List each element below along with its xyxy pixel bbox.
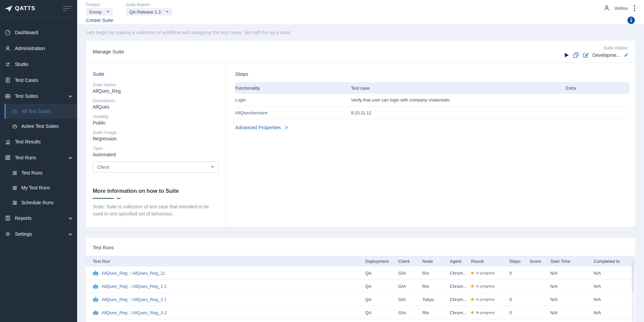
run-list-icon xyxy=(12,170,17,176)
cell-agent: Chrom... xyxy=(450,297,471,302)
test-run-link[interactable]: AllQues_Reg :: AllQues_Reg_3 2 xyxy=(102,310,166,315)
sidebar-item-schedule-runs[interactable]: Schedule Runs xyxy=(4,195,77,210)
brand-logo[interactable]: QATTS xyxy=(4,5,35,12)
run-list-icon xyxy=(12,185,17,190)
caret-down-icon xyxy=(106,11,110,13)
cell-node: Tokyo xyxy=(422,297,450,302)
test-runs-title: Test Runs xyxy=(86,238,635,256)
col-header-client: Client xyxy=(398,259,422,264)
steps-table-row[interactable]: AllQuestionnaire 9,10,11,12 xyxy=(235,107,630,119)
sidebar-item-reports[interactable]: Reports xyxy=(0,210,77,226)
edit-status-pencil-icon[interactable] xyxy=(624,53,628,57)
sidebar-item-settings[interactable]: Settings xyxy=(0,226,77,242)
robot-icon xyxy=(93,270,98,276)
test-run-link[interactable]: AllQues_Reg :: AllQues_Reg_3 1 xyxy=(102,297,166,302)
col-header-functionality: Functionality xyxy=(235,86,351,91)
cell-client: GIA xyxy=(398,284,422,289)
page-title-bar: Create Suite xyxy=(77,16,644,25)
sidebar-item-my-test-runs[interactable]: My Test Runs xyxy=(4,180,77,195)
robot-icon xyxy=(93,297,98,302)
cell-client: GIA xyxy=(398,271,422,276)
cell-deployment: QA xyxy=(365,297,398,302)
sidebar-item-all-test-suites[interactable]: All Test Suites xyxy=(4,104,77,119)
sidebar-item-test-runs-sub[interactable]: Test Runs xyxy=(4,165,77,180)
code-branch-field: Code Branch QA-Release 1.3 xyxy=(126,0,172,16)
advanced-properties-link[interactable]: Advanced Properties xyxy=(235,125,288,130)
sidebar-item-studio[interactable]: Studio xyxy=(0,56,77,72)
suite-name-field: Suite Name : AllQues_Reg xyxy=(93,82,219,94)
cell-result: In progress xyxy=(471,271,509,275)
suite-type-field: Type : Automated xyxy=(93,146,219,157)
cell-client: GIA xyxy=(398,297,422,302)
table-scrollbar[interactable] xyxy=(632,261,634,322)
briefcase-icon xyxy=(5,93,11,99)
run-suite-play-button[interactable] xyxy=(564,52,569,58)
test-runs-card: Test Runs Test Run Deployment Client Nod… xyxy=(86,238,635,322)
col-header-score: Score xyxy=(530,259,550,264)
cell-result: In progress xyxy=(471,284,509,288)
suite-section-heading: Suite xyxy=(93,71,219,77)
product-select[interactable]: Envoy xyxy=(86,8,113,16)
client-select[interactable]: Client xyxy=(93,162,219,172)
sidebar-item-test-cases[interactable]: Test Cases xyxy=(0,72,77,88)
col-header-result: Result xyxy=(471,259,509,264)
cell-agent: Chrom... xyxy=(450,271,471,276)
sidebar-item-test-results[interactable]: Test Results xyxy=(0,134,77,150)
suite-usage-field: Suite Usage : Regression xyxy=(93,130,219,141)
cell-start-time: N/A xyxy=(550,310,594,315)
cell-result: In progress xyxy=(471,297,509,301)
sidebar-item-administration[interactable]: Administration xyxy=(0,40,77,56)
table-row: AllQues_Reg :: AllQues_Reg_11 QA GIA Rio… xyxy=(86,267,635,280)
status-dot xyxy=(471,311,474,314)
sidebar-item-test-suites[interactable]: Test Suites xyxy=(0,88,77,104)
chevron-down-icon xyxy=(68,155,72,160)
edit-suite-button[interactable] xyxy=(583,52,589,58)
code-branch-select[interactable]: QA-Release 1.3 xyxy=(126,8,172,16)
cell-start-time: N/A xyxy=(550,297,594,302)
steps-table-row[interactable]: Login Verify that user can login with co… xyxy=(235,94,630,107)
page-intro: Lets begin by making a collection of wor… xyxy=(77,25,644,41)
user-menu[interactable]: Vishnu xyxy=(603,0,637,16)
sidebar-item-dashboard[interactable]: Dashboard xyxy=(0,24,77,40)
suite-description-field: Description : AllQues xyxy=(93,98,219,110)
table-row: AllQues_Reg :: AllQues_Reg_3 1 QA GIA To… xyxy=(86,293,635,306)
suite-visibility-field: Visibility : Public xyxy=(93,114,219,125)
col-header-extra: Extra xyxy=(566,86,630,91)
cell-node: Rio xyxy=(422,284,450,289)
briefcase-icon xyxy=(12,124,17,129)
test-run-link[interactable]: AllQues_Reg :: AllQues_Reg_11 xyxy=(102,271,165,276)
heading-underline xyxy=(93,198,219,199)
document-icon xyxy=(5,77,11,83)
cell-steps: 0 xyxy=(509,310,530,315)
cell-result: In progress xyxy=(471,310,509,315)
sidebar-item-test-runs[interactable]: Test Runs xyxy=(0,150,77,165)
cell-agent: Chrom... xyxy=(450,284,471,289)
test-run-link[interactable]: AllQues_Reg :: AllQues_Reg_1 2 xyxy=(102,284,166,289)
caret-down-icon xyxy=(211,166,214,168)
product-label: Product xyxy=(86,2,113,7)
cell-steps: 0 xyxy=(509,271,530,276)
more-info-text: Suite: Suite is collection of test case … xyxy=(93,203,215,217)
suite-status-block: Suite Status: Developme... xyxy=(564,45,628,58)
brand-name: QATTS xyxy=(15,5,35,12)
col-header-deployment: Deployment xyxy=(365,259,398,264)
info-button[interactable] xyxy=(627,16,635,24)
col-header-test-case: Test case xyxy=(351,86,566,91)
robot-icon xyxy=(93,283,98,289)
run-list-icon xyxy=(12,200,17,205)
copy-suite-button[interactable] xyxy=(573,52,579,58)
sidebar-item-active-test-suites[interactable]: Active Test Suites xyxy=(4,119,77,134)
user-name: Vishnu xyxy=(614,6,628,11)
cell-agent: Chrom... xyxy=(450,310,471,315)
paper-plane-logo-icon xyxy=(4,5,13,12)
kebab-menu-icon[interactable] xyxy=(632,4,637,13)
cell-node: Rio xyxy=(422,310,450,315)
cell-deployment: QA xyxy=(365,271,398,276)
manage-suite-header: Manage Suite Suite Status: Developm xyxy=(86,41,635,63)
cell-node: Rio xyxy=(422,271,450,276)
hamburger-menu-icon[interactable] xyxy=(63,6,72,11)
col-header-node: Node xyxy=(422,259,450,264)
table-row: AllQues_Reg :: AllQues_Reg_3 2 QA GIA Ri… xyxy=(86,306,635,319)
main-area: Product Envoy Code Branch QA-Release 1.3… xyxy=(77,0,644,322)
steps-column: Steps Functionality Test case Extra Logi… xyxy=(226,63,635,227)
